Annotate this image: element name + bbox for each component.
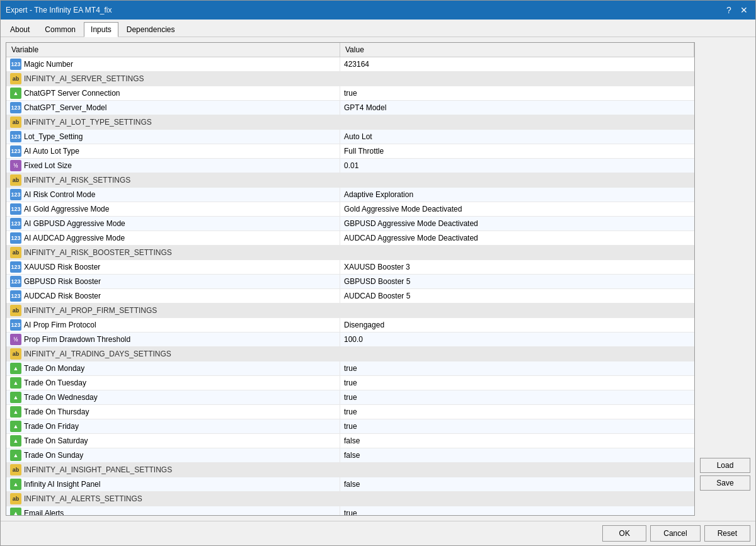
table-header: Variable Value [6, 43, 694, 57]
header-variable: Variable [6, 43, 340, 57]
row-value-cell: GPT4 Model [340, 101, 694, 115]
table-row[interactable]: 123Lot_Type_SettingAuto Lot [6, 130, 694, 144]
row-value-cell: true [340, 390, 694, 404]
row-name-cell: 123Lot_Type_Setting [6, 130, 340, 144]
row-variable-name: Prop Firm Drawdown Threshold [24, 335, 336, 344]
row-name-cell: ½Fixed Lot Size [6, 159, 340, 173]
row-type-icon: 123 [10, 203, 21, 215]
row-type-icon: ▲ [10, 479, 21, 490]
row-variable-name: ChatGPT_Server_Model [24, 103, 336, 112]
help-button[interactable]: ? [723, 4, 735, 16]
table-row[interactable]: ½Fixed Lot Size0.01 [6, 159, 694, 173]
table-row[interactable]: abINFINITY_AI_LOT_TYPE_SETTINGS [6, 115, 694, 130]
row-variable-name: Trade On Sunday [24, 451, 336, 460]
row-variable-name: Trade On Wednesday [24, 393, 336, 402]
tab-common[interactable]: Common [38, 22, 83, 37]
table-row[interactable]: abINFINITY_AI_RISK_BOOSTER_SETTINGS [6, 246, 694, 260]
row-name-cell: abINFINITY_AI_PROP_FIRM_SETTINGS [6, 304, 340, 317]
cancel-button[interactable]: Cancel [650, 525, 700, 542]
row-value-cell: 423164 [340, 57, 694, 71]
close-button[interactable]: ✕ [738, 4, 750, 16]
row-name-cell: ▲Trade On Tuesday [6, 376, 340, 390]
row-name-cell: ▲ChatGPT Server Connection [6, 86, 340, 100]
row-type-icon: ▲ [10, 406, 21, 418]
table-row[interactable]: ▲Trade On Mondaytrue [6, 361, 694, 376]
inputs-table[interactable]: Variable Value 123Magic Number423164abIN… [6, 42, 695, 516]
row-variable-name: Trade On Thursday [24, 407, 336, 416]
table-row[interactable]: ▲Infinity AI Insight Panelfalse [6, 477, 694, 492]
table-row[interactable]: abINFINITY_AI_SERVER_SETTINGS [6, 72, 694, 86]
row-name-cell: ▲Trade On Saturday [6, 434, 340, 448]
table-row[interactable]: ½Prop Firm Drawdown Threshold100.0 [6, 333, 694, 347]
row-name-cell: ▲Email Alerts [6, 506, 340, 516]
ok-button[interactable]: OK [602, 525, 646, 542]
table-row[interactable]: ▲Trade On Tuesdaytrue [6, 376, 694, 390]
row-variable-name: AI Risk Control Mode [24, 190, 336, 199]
table-row[interactable]: ▲Trade On Wednesdaytrue [6, 390, 694, 405]
table-row[interactable]: ▲Trade On Fridaytrue [6, 419, 694, 434]
table-row[interactable]: ▲Email Alertstrue [6, 506, 694, 516]
row-value-cell [340, 492, 694, 506]
table-row[interactable]: 123AI GBPUSD Aggressive ModeGBPUSD Aggre… [6, 217, 694, 231]
table-row[interactable]: 123AI Prop Firm ProtocolDisengaged [6, 318, 694, 333]
row-variable-name: INFINITY_AI_LOT_TYPE_SETTINGS [24, 118, 336, 127]
row-variable-name: AI GBPUSD Aggressive Mode [24, 219, 336, 228]
table-row[interactable]: abINFINITY_AI_PROP_FIRM_SETTINGS [6, 304, 694, 318]
tab-dependencies[interactable]: Dependencies [120, 22, 182, 37]
row-variable-name: GBPUSD Risk Booster [24, 277, 336, 286]
table-row[interactable]: abINFINITY_AI_ALERTS_SETTINGS [6, 492, 694, 506]
row-type-icon: ▲ [10, 363, 21, 374]
main-window: Expert - The Infinity EA MT4_fix ? ✕ Abo… [0, 0, 756, 546]
table-row[interactable]: 123ChatGPT_Server_ModelGPT4 Model [6, 101, 694, 115]
table-row[interactable]: 123Magic Number423164 [6, 57, 694, 72]
reset-button[interactable]: Reset [704, 525, 750, 542]
table-row[interactable]: 123XAUUSD Risk BoosterXAUUSD Booster 3 [6, 260, 694, 275]
table-row[interactable]: ▲Trade On Sundayfalse [6, 448, 694, 463]
row-name-cell: abINFINITY_AI_TRADING_DAYS_SETTINGS [6, 347, 340, 361]
row-value-cell: Gold Aggressive Mode Deactivated [340, 202, 694, 216]
row-name-cell: 123XAUUSD Risk Booster [6, 260, 340, 274]
table-row[interactable]: 123AI Auto Lot TypeFull Throttle [6, 144, 694, 159]
row-value-cell [340, 115, 694, 129]
row-name-cell: abINFINITY_AI_LOT_TYPE_SETTINGS [6, 115, 340, 129]
row-value-cell: GBPUSD Booster 5 [340, 275, 694, 288]
row-type-icon: 123 [10, 145, 21, 157]
row-type-icon: 123 [10, 131, 21, 142]
table-row[interactable]: 123AI Risk Control ModeAdaptive Explorat… [6, 188, 694, 202]
table-row[interactable]: 123AI AUDCAD Aggressive ModeAUDCAD Aggre… [6, 231, 694, 246]
row-value-cell: true [340, 405, 694, 419]
row-type-icon: ab [10, 73, 21, 84]
row-variable-name: Fixed Lot Size [24, 161, 336, 170]
row-name-cell: ▲Trade On Monday [6, 361, 340, 375]
tab-inputs[interactable]: Inputs [84, 22, 118, 37]
row-name-cell: ▲Infinity AI Insight Panel [6, 477, 340, 491]
table-row[interactable]: 123AUDCAD Risk BoosterAUDCAD Booster 5 [6, 289, 694, 304]
row-type-icon: ab [10, 464, 21, 475]
table-row[interactable]: 123GBPUSD Risk BoosterGBPUSD Booster 5 [6, 275, 694, 289]
table-row[interactable]: 123AI Gold Aggressive ModeGold Aggressiv… [6, 202, 694, 217]
row-type-icon: 123 [10, 218, 21, 229]
row-variable-name: Trade On Saturday [24, 436, 336, 445]
row-type-icon: ▲ [10, 88, 21, 99]
table-row[interactable]: abINFINITY_AI_INSIGHT_PANEL_SETTINGS [6, 463, 694, 477]
row-value-cell [340, 72, 694, 86]
row-variable-name: AUDCAD Risk Booster [24, 292, 336, 300]
table-row[interactable]: ▲Trade On Thursdaytrue [6, 405, 694, 419]
row-type-icon: 123 [10, 102, 21, 113]
bottom-bar: OK Cancel Reset [1, 521, 755, 545]
tab-about[interactable]: About [3, 22, 37, 37]
row-variable-name: ChatGPT Server Connection [24, 89, 336, 98]
save-button[interactable]: Save [700, 475, 750, 491]
row-variable-name: XAUUSD Risk Booster [24, 263, 336, 271]
table-row[interactable]: abINFINITY_AI_RISK_SETTINGS [6, 173, 694, 188]
load-button[interactable]: Load [700, 458, 750, 473]
header-value: Value [340, 43, 694, 57]
row-value-cell: true [340, 376, 694, 390]
table-row[interactable]: ▲Trade On Saturdayfalse [6, 434, 694, 448]
row-value-cell: GBPUSD Aggressive Mode Deactivated [340, 217, 694, 230]
row-name-cell: abINFINITY_AI_RISK_BOOSTER_SETTINGS [6, 246, 340, 259]
table-row[interactable]: abINFINITY_AI_TRADING_DAYS_SETTINGS [6, 347, 694, 361]
row-variable-name: AI Auto Lot Type [24, 147, 336, 156]
row-variable-name: Trade On Friday [24, 422, 336, 431]
table-row[interactable]: ▲ChatGPT Server Connectiontrue [6, 86, 694, 101]
